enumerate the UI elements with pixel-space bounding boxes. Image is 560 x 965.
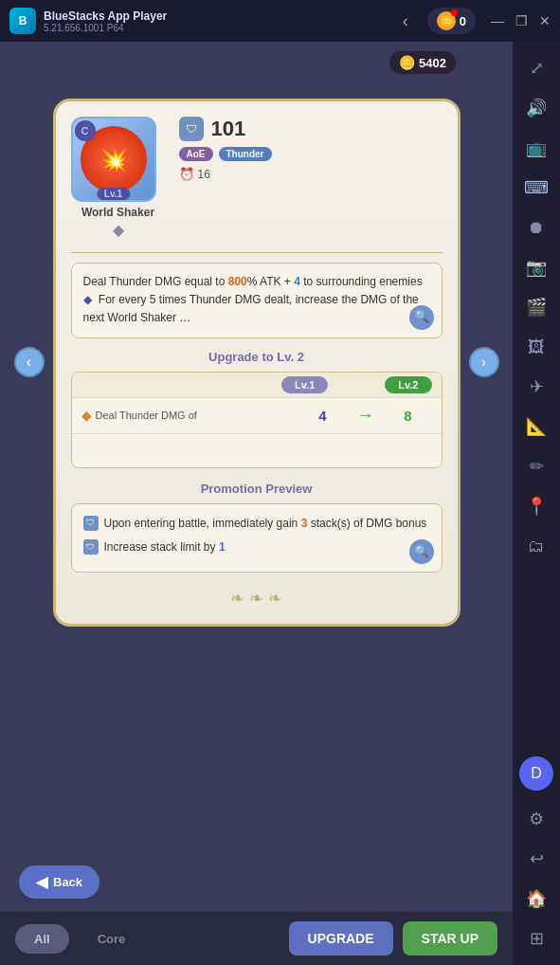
- portrait-name: World Shaker: [71, 206, 166, 219]
- promo-box: 🛡 Upon entering battle, immediately gain…: [71, 503, 443, 573]
- skill-card: ‹ › C 💥 Lv.1 World Shaker ◆ 🛡 101: [53, 99, 461, 627]
- upgrade-empty-row: [72, 433, 442, 467]
- gold-amount: 5402: [419, 56, 446, 70]
- upgrade-header-row: Lv.1 Lv.2: [72, 373, 442, 397]
- sidebar-icon-layers[interactable]: 🗂: [519, 529, 553, 563]
- tab-core[interactable]: Core: [79, 924, 145, 954]
- card-decoration: ❧ ❧ ❧: [71, 588, 443, 609]
- sidebar-icon-resize[interactable]: 📐: [519, 410, 553, 444]
- back-arrow-icon: ◀: [36, 873, 47, 891]
- promo-row-2: 🛡 Increase stack limit by 1: [83, 537, 430, 558]
- upgrade-row-label-text: Deal Thunder DMG of: [96, 410, 197, 421]
- sidebar-icon-home[interactable]: 🏠: [519, 882, 553, 916]
- current-level-badge: Lv.1: [281, 376, 328, 393]
- upgrade-dot-icon: ◆: [81, 408, 92, 423]
- coin-notification-dot: [451, 9, 458, 16]
- cooldown-value: 16: [198, 168, 210, 181]
- portrait-level: Lv.1: [97, 188, 130, 200]
- minimize-button[interactable]: —: [491, 13, 504, 28]
- skill-level: 101: [211, 117, 246, 141]
- coin-icon: 🪙: [437, 11, 456, 30]
- upgrade-val-current: 4: [299, 408, 347, 424]
- promo-shield-icon-2: 🛡: [83, 539, 99, 555]
- sidebar-icon-camera[interactable]: 📷: [519, 250, 553, 284]
- title-bar: B BlueStacks App Player 5.21.656.1001 P6…: [0, 0, 560, 42]
- skill-header: 🛡 101: [179, 117, 443, 141]
- sidebar-icon-display[interactable]: 📺: [519, 131, 553, 165]
- sidebar-icon-image[interactable]: 🖼: [519, 330, 553, 364]
- skill-icon: 🛡: [179, 117, 204, 141]
- promo-title: Promotion Preview: [71, 482, 443, 496]
- upgrade-row-label: ◆ Deal Thunder DMG of: [81, 408, 299, 423]
- coin-count: 0: [460, 14, 466, 28]
- gold-bar: 🪙 5402: [389, 51, 456, 74]
- upgrade-button[interactable]: UPGRADE: [289, 921, 393, 956]
- portrait-excl-badge: C: [75, 120, 96, 141]
- upgrade-table: Lv.1 Lv.2 ◆ Deal Thunder DMG of 4 → 8: [71, 372, 443, 468]
- back-label: Back: [53, 875, 82, 889]
- sidebar-icon-airplane[interactable]: ✈: [519, 370, 553, 404]
- desc-highlight-4: 4: [294, 275, 300, 288]
- thunder-badge: Thunder: [219, 147, 272, 161]
- sidebar-icon-apps[interactable]: ⊞: [519, 921, 553, 956]
- upgrade-arrow-icon: →: [347, 406, 385, 426]
- desc-text-2: % ATK +: [247, 275, 294, 288]
- desc-text-3: to surrounding enemies: [300, 275, 423, 288]
- portrait-bg: C 💥 Lv.1: [71, 117, 156, 202]
- sidebar-icon-edit[interactable]: ✏: [519, 449, 553, 483]
- right-sidebar: ⤢ 🔊 📺 ⌨ ⏺ 📷 🎬 🖼 ✈ 📐 ✏ 📍 🗂 D ⚙ ↩ 🏠 ⊞: [513, 42, 560, 965]
- desc-highlight-800: 800: [228, 275, 247, 288]
- promo-shield-icon-1: 🛡: [83, 516, 99, 531]
- desc-diamond-bullet: ◆: [83, 293, 92, 306]
- sidebar-discord-button[interactable]: D: [519, 756, 553, 791]
- app-logo: B: [9, 8, 36, 34]
- sidebar-icon-settings[interactable]: ⚙: [519, 802, 553, 836]
- sidebar-icon-keyboard[interactable]: ⌨: [519, 171, 553, 205]
- portrait-diamond: ◆: [71, 221, 166, 239]
- back-button[interactable]: ‹: [391, 7, 420, 35]
- desc-text-4: For every 5 times Thunder DMG dealt, inc…: [83, 293, 419, 324]
- aoe-badge: AoE: [179, 147, 213, 161]
- skill-cooldown: ⏰ 16: [179, 167, 443, 181]
- upgrade-title: Upgrade to Lv. 2: [71, 350, 443, 364]
- app-info: BlueStacks App Player 5.21.656.1001 P64: [44, 9, 384, 33]
- sidebar-icon-expand[interactable]: ⤢: [519, 51, 553, 85]
- app-name: BlueStacks App Player: [44, 9, 384, 23]
- coin-area: 🪙 0: [427, 8, 476, 34]
- star-up-button[interactable]: STAR UP: [403, 921, 497, 956]
- promo-magnify-button[interactable]: 🔍: [409, 539, 434, 564]
- sidebar-icon-video[interactable]: 🎬: [519, 290, 553, 324]
- sidebar-icon-record[interactable]: ⏺: [519, 210, 553, 245]
- app-version: 5.21.656.1001 P64: [44, 23, 384, 33]
- next-level-badge: Lv.2: [385, 376, 431, 393]
- portrait-container: C 💥 Lv.1 World Shaker ◆: [71, 117, 166, 239]
- upgrade-val-next: 8: [385, 408, 432, 424]
- back-button-bottom[interactable]: ◀ Back: [19, 865, 99, 899]
- window-controls: — ❐ ✕: [491, 13, 551, 28]
- promo-highlight-1: 1: [219, 540, 226, 554]
- promo-row-1: 🛡 Upon entering battle, immediately gain…: [83, 514, 430, 535]
- card-info: 🛡 101 AoE Thunder ⏰ 16: [179, 117, 443, 239]
- promo-text-2: Increase stack limit by 1: [104, 537, 226, 558]
- card-header: C 💥 Lv.1 World Shaker ◆ 🛡 101 AoE Thunde…: [71, 117, 443, 239]
- card-prev-button[interactable]: ‹: [14, 347, 45, 377]
- divider-1: [71, 252, 443, 253]
- close-button[interactable]: ✕: [539, 13, 551, 28]
- sidebar-icon-back[interactable]: ↩: [519, 842, 553, 876]
- sidebar-icon-pin[interactable]: 📍: [519, 489, 553, 523]
- promo-highlight-3: 3: [301, 517, 308, 530]
- gold-icon: 🪙: [399, 55, 415, 70]
- upgrade-data-row: ◆ Deal Thunder DMG of 4 → 8: [72, 397, 442, 433]
- sidebar-icon-volume[interactable]: 🔊: [519, 91, 553, 125]
- description-box: Deal Thunder DMG equal to 800% ATK + 4 t…: [71, 263, 443, 338]
- tab-all[interactable]: All: [15, 924, 69, 954]
- promo-text-1: Upon entering battle, immediately gain 3…: [104, 514, 427, 535]
- cooldown-icon: ⏰: [179, 167, 194, 181]
- card-next-button[interactable]: ›: [469, 347, 499, 377]
- bottom-bar: All Core UPGRADE STAR UP: [0, 912, 513, 965]
- description-magnify-button[interactable]: 🔍: [409, 305, 434, 330]
- restore-button[interactable]: ❐: [515, 13, 528, 28]
- desc-text-1: Deal Thunder DMG equal to: [83, 275, 228, 288]
- main-area: 🪙 5402 ‹ › C 💥 Lv.1 World Shaker ◆ �: [0, 42, 513, 965]
- skill-badges: AoE Thunder: [179, 147, 443, 161]
